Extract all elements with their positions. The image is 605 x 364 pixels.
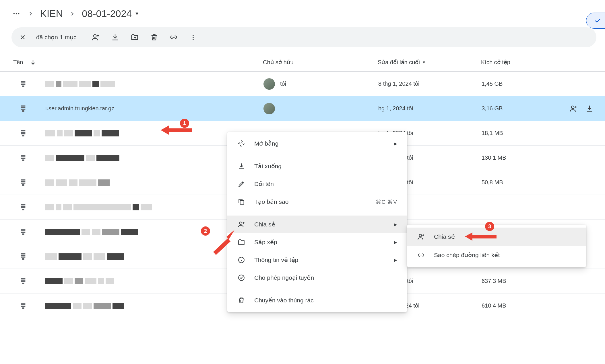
svg-rect-47 xyxy=(22,307,24,309)
annotation-arrow-1 xyxy=(161,124,195,139)
share-icon xyxy=(237,221,246,228)
svg-rect-7 xyxy=(21,81,26,82)
breadcrumb-parent[interactable]: KIEN xyxy=(40,8,63,19)
archive-icon xyxy=(20,80,30,88)
file-row[interactable]: tôi 8 thg 1, 2024 tôi 1,45 GB xyxy=(0,72,605,96)
copy-icon xyxy=(237,198,246,206)
submenu-copy-link[interactable]: Sao chép đường liên kết xyxy=(407,246,586,264)
breadcrumb-current[interactable]: 08-01-2024 ▼ xyxy=(82,8,139,19)
svg-point-3 xyxy=(94,35,96,37)
svg-rect-19 xyxy=(22,135,24,136)
annotation-badge-3: 3 xyxy=(485,222,494,231)
archive-icon xyxy=(20,154,30,162)
svg-rect-33 xyxy=(21,230,26,231)
delete-button[interactable] xyxy=(149,32,159,42)
svg-marker-53 xyxy=(161,126,192,135)
more-actions-button[interactable] xyxy=(188,32,198,42)
share-button[interactable] xyxy=(91,32,100,42)
menu-organize[interactable]: Sắp xếp ▸ xyxy=(227,233,407,251)
link-button[interactable] xyxy=(169,32,179,42)
archive-icon xyxy=(20,203,30,211)
offline-icon xyxy=(237,274,246,281)
breadcrumb-current-label: 08-01-2024 xyxy=(82,8,132,19)
svg-rect-30 xyxy=(21,207,26,208)
svg-rect-21 xyxy=(21,156,26,157)
svg-rect-39 xyxy=(22,258,24,260)
archive-icon xyxy=(20,277,30,285)
svg-point-49 xyxy=(240,222,242,224)
file-name xyxy=(45,81,263,87)
annotation-badge-2: 2 xyxy=(201,226,210,236)
svg-rect-24 xyxy=(21,179,26,181)
archive-icon xyxy=(20,130,30,137)
menu-download[interactable]: Tải xuống xyxy=(227,157,407,175)
size-cell: 50,8 MB xyxy=(482,179,594,186)
svg-rect-10 xyxy=(22,85,24,87)
svg-rect-29 xyxy=(21,206,26,207)
menu-offline[interactable]: Cho phép ngoại tuyến xyxy=(227,269,407,287)
svg-rect-40 xyxy=(21,278,26,279)
done-pill[interactable] xyxy=(586,13,605,29)
owner-cell: tôi xyxy=(263,78,378,90)
svg-rect-14 xyxy=(22,110,24,112)
menu-copy[interactable]: Tạo bản sao ⌘C ⌘V xyxy=(227,193,407,211)
link-icon xyxy=(417,251,425,259)
svg-rect-13 xyxy=(21,109,26,110)
share-icon xyxy=(417,233,425,240)
close-selection-button[interactable] xyxy=(19,34,26,41)
svg-point-52 xyxy=(419,234,422,237)
svg-point-15 xyxy=(571,106,574,108)
submenu-arrow-icon: ▸ xyxy=(394,257,397,263)
svg-rect-32 xyxy=(21,229,26,230)
download-icon xyxy=(237,163,246,170)
column-header-owner[interactable]: Chủ sở hữu xyxy=(263,59,378,66)
column-header-name[interactable]: Tên xyxy=(13,59,263,66)
menu-trash[interactable]: Chuyển vào thùng rác xyxy=(227,291,407,309)
svg-rect-22 xyxy=(21,158,26,159)
dropdown-triangle-icon: ▼ xyxy=(422,60,426,64)
svg-rect-23 xyxy=(22,159,24,161)
svg-rect-11 xyxy=(21,105,26,107)
annotation-badge-1: 1 xyxy=(180,119,189,128)
svg-rect-42 xyxy=(21,281,26,282)
menu-open-with[interactable]: Mở bằng ▸ xyxy=(227,135,407,152)
menu-share[interactable]: Chia sẻ ▸ xyxy=(227,216,407,233)
row-download-icon[interactable] xyxy=(585,105,594,113)
menu-separator xyxy=(227,155,407,155)
svg-rect-36 xyxy=(21,253,26,255)
open-with-icon xyxy=(237,140,246,147)
archive-icon xyxy=(20,179,30,186)
size-cell: 18,1 MB xyxy=(482,130,594,136)
shortcut-label: ⌘C ⌘V xyxy=(376,199,397,205)
file-name: user.admin.trungkien.tar.gz xyxy=(45,105,263,112)
svg-marker-55 xyxy=(465,232,497,241)
submenu-arrow-icon: ▸ xyxy=(394,239,397,246)
file-row[interactable]: user.admin.trungkien.tar.gz hg 1, 2024 t… xyxy=(0,96,605,121)
svg-rect-25 xyxy=(21,181,26,182)
column-header-size[interactable]: Kích cỡ tệp xyxy=(481,59,594,66)
svg-rect-26 xyxy=(21,183,26,184)
svg-rect-20 xyxy=(21,155,26,156)
svg-point-1 xyxy=(16,13,17,14)
svg-rect-45 xyxy=(21,304,26,305)
size-cell: 610,4 MB xyxy=(482,302,594,309)
annotation-arrow-3 xyxy=(465,232,499,243)
svg-rect-34 xyxy=(21,232,26,233)
row-share-icon[interactable] xyxy=(569,105,577,113)
menu-rename[interactable]: Đổi tên xyxy=(227,175,407,193)
submenu-arrow-icon: ▸ xyxy=(394,221,397,228)
archive-icon xyxy=(20,228,30,236)
menu-file-info[interactable]: Thông tin về tệp ▸ xyxy=(227,251,407,269)
download-button[interactable] xyxy=(110,32,120,42)
share-submenu: Chia sẻ Sao chép đường liên kết xyxy=(407,225,586,267)
archive-icon xyxy=(20,105,30,112)
row-actions xyxy=(569,105,594,113)
svg-rect-43 xyxy=(22,283,24,284)
svg-point-4 xyxy=(193,35,194,36)
breadcrumb-more-icon[interactable] xyxy=(11,9,21,19)
svg-rect-27 xyxy=(22,184,24,186)
size-cell: 1,45 GB xyxy=(482,81,594,87)
column-header-modified[interactable]: Sửa đổi lần cuối ▼ xyxy=(378,59,481,66)
size-cell: 130,1 MB xyxy=(482,154,594,161)
move-button[interactable] xyxy=(130,32,139,42)
